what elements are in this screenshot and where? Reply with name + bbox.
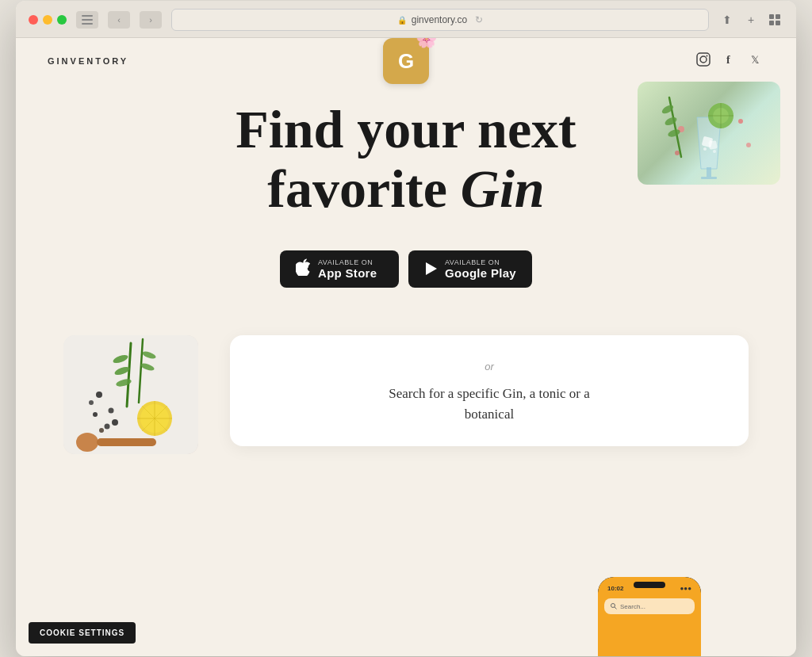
new-tab-button[interactable]: + [742, 11, 760, 29]
search-card-or: or [485, 361, 494, 372]
forward-button[interactable]: › [140, 11, 162, 29]
svg-point-29 [710, 140, 712, 143]
back-button[interactable]: ‹ [108, 11, 130, 29]
appstore-store: App Store [318, 266, 377, 280]
address-bar[interactable]: 🔒 ginventory.co ↻ [171, 9, 709, 31]
reload-icon: ↻ [475, 14, 483, 25]
svg-point-9 [707, 55, 708, 57]
site-header: GINVENTORY G 🌸 f [16, 38, 796, 84]
flower-decoration: 🌸 [416, 38, 437, 49]
phone-notch [634, 582, 665, 588]
svg-rect-12 [707, 167, 711, 177]
browser-window: ‹ › 🔒 ginventory.co ↻ ⬆ + GINVENTORY [16, 1, 796, 656]
svg-rect-0 [82, 15, 93, 17]
googleplay-available: Available on [445, 258, 500, 266]
svg-rect-46 [97, 438, 156, 446]
googleplay-button[interactable]: Available on Google Play [408, 250, 532, 288]
svg-rect-6 [776, 21, 780, 25]
svg-point-28 [703, 147, 707, 151]
svg-point-23 [675, 151, 680, 155]
apple-icon [296, 258, 310, 280]
instagram-link[interactable] [696, 52, 710, 70]
grid-button[interactable] [766, 11, 783, 29]
phone-search-placeholder: Search... [620, 603, 645, 610]
appstore-text: Available on App Store [318, 258, 377, 280]
phone-time: 10:02 [607, 585, 623, 592]
svg-rect-5 [769, 21, 774, 25]
googleplay-text: Available on Google Play [445, 258, 516, 280]
svg-rect-1 [82, 19, 93, 21]
svg-point-54 [611, 604, 615, 608]
site-logo-text: GINVENTORY [48, 56, 128, 66]
svg-point-30 [713, 150, 716, 153]
bottom-section: or Search for a specific Gin, a tonic or… [16, 311, 796, 470]
search-card-description: Search for a specific Gin, a tonic or a … [378, 384, 600, 424]
social-icons: f 𝕏 [696, 52, 764, 70]
facebook-link[interactable]: f [723, 52, 737, 70]
phone-body: 10:02 ●●● Search... [598, 577, 701, 656]
share-button[interactable]: ⬆ [718, 11, 736, 29]
bottom-left-spices-image [63, 335, 198, 454]
spices-scene [63, 335, 198, 454]
svg-point-21 [746, 143, 751, 147]
phone-search-bar[interactable]: Search... [604, 598, 695, 614]
svg-rect-7 [697, 53, 710, 66]
lock-icon: 🔒 [397, 16, 407, 25]
maximize-button[interactable] [57, 15, 67, 25]
website-content: GINVENTORY G 🌸 f [16, 38, 796, 656]
googleplay-store: Google Play [445, 266, 516, 280]
svg-point-49 [93, 412, 98, 417]
gin-glass-scene [638, 82, 780, 185]
svg-line-55 [615, 607, 617, 609]
headline-italic: Gin [461, 159, 545, 219]
sidebar-toggle[interactable] [76, 11, 98, 29]
svg-rect-13 [701, 177, 717, 179]
twitter-link[interactable]: 𝕏 [750, 52, 764, 70]
cookie-settings-button[interactable]: COOKIE SETTINGS [29, 622, 136, 644]
minimize-button[interactable] [43, 15, 52, 25]
svg-point-26 [664, 116, 678, 127]
logo-badge[interactable]: G 🌸 [383, 38, 429, 84]
svg-point-45 [76, 433, 98, 452]
svg-rect-3 [769, 14, 774, 19]
phone-signal: ●●● [680, 585, 692, 592]
logo-letter: G [398, 49, 414, 74]
app-buttons: Available on App Store Available on Goog… [48, 250, 764, 288]
appstore-available: Available on [318, 258, 373, 266]
svg-point-47 [96, 392, 102, 398]
phone-screen: 10:02 ●●● Search... [598, 577, 701, 656]
site-logo-center: G 🌸 [383, 38, 429, 84]
svg-point-8 [700, 56, 707, 63]
play-icon [424, 262, 437, 275]
headline-line1: Find your next [236, 99, 576, 159]
search-card: or Search for a specific Gin, a tonic or… [230, 335, 749, 446]
svg-text:f: f [726, 54, 730, 66]
svg-point-52 [112, 419, 118, 426]
traffic-lights [29, 15, 67, 25]
close-button[interactable] [29, 15, 38, 25]
top-right-gin-image [638, 82, 780, 185]
svg-point-53 [99, 428, 104, 433]
svg-rect-4 [776, 14, 780, 19]
phone-mockup: 10:02 ●●● Search... [598, 577, 701, 656]
appstore-button[interactable]: Available on App Store [280, 250, 399, 288]
svg-point-48 [109, 407, 114, 413]
url-text: ginventory.co [412, 14, 467, 25]
svg-point-50 [105, 423, 110, 429]
svg-text:𝕏: 𝕏 [751, 54, 759, 66]
browser-chrome: ‹ › 🔒 ginventory.co ↻ ⬆ + [16, 1, 796, 38]
headline-line2: favorite [267, 159, 461, 219]
svg-point-51 [89, 400, 94, 405]
svg-point-22 [738, 119, 743, 124]
svg-rect-2 [82, 23, 93, 25]
browser-actions: ⬆ + [718, 11, 783, 29]
